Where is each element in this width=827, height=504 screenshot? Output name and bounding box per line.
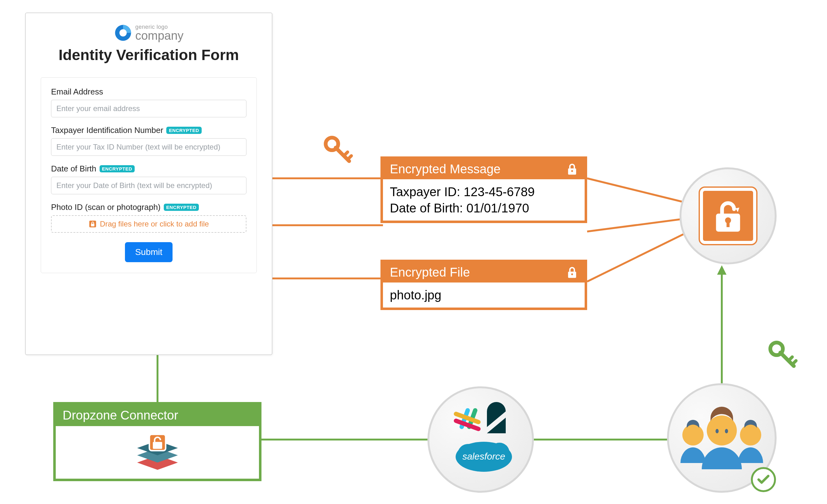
users-node: [667, 383, 777, 493]
svg-marker-10: [717, 265, 727, 275]
svg-line-3: [587, 178, 689, 203]
logo-company-name: company: [135, 30, 184, 42]
zendesk-icon: [487, 402, 506, 433]
svg-point-40: [707, 415, 737, 446]
svg-point-21: [571, 170, 573, 172]
logo-circle-icon: [114, 24, 132, 42]
svg-line-5: [587, 231, 689, 282]
encrypted-badge: ENCRYPTED: [166, 127, 201, 134]
services-icons: salesforce: [440, 399, 521, 480]
svg-line-45: [344, 152, 348, 156]
dob-input[interactable]: [51, 177, 246, 194]
encrypted-file-name: photo.jpg: [390, 287, 578, 303]
encryption-node: [680, 167, 777, 264]
dropzone-connector-card: Dropzone Connector: [53, 402, 261, 481]
key-icon: [767, 339, 798, 371]
encrypted-message-line2: Date of Birth: 01/01/1970: [390, 200, 578, 216]
svg-line-49: [788, 357, 792, 361]
file-dropzone[interactable]: Drag files here or click to add file: [51, 215, 246, 233]
form-title: Identity Verification Form: [41, 46, 257, 63]
form-body: Email Address Taxpayer Identification Nu…: [41, 77, 257, 273]
svg-line-50: [792, 361, 796, 365]
svg-rect-19: [153, 442, 162, 449]
svg-line-4: [587, 219, 683, 231]
dropzone-text: Drag files here or click to add file: [100, 220, 209, 228]
company-logo: generic logo company: [41, 24, 257, 42]
encrypted-badge: ENCRYPTED: [100, 165, 135, 172]
email-input[interactable]: [51, 100, 246, 117]
salesforce-icon: salesforce: [455, 442, 512, 472]
services-node: salesforce: [428, 386, 534, 493]
svg-rect-14: [91, 224, 95, 226]
svg-point-39: [740, 424, 761, 446]
email-label: Email Address: [51, 87, 103, 97]
lock-icon: [567, 266, 578, 279]
encrypted-message-card: Encrypted Message Taxpayer ID: 123-45-67…: [381, 156, 587, 223]
svg-point-12: [119, 29, 127, 36]
slack-icon: [453, 408, 481, 432]
key-icon: [323, 134, 354, 166]
encrypted-file-title: Encrypted File: [390, 265, 470, 279]
encrypted-file-card: Encrypted File photo.jpg: [381, 260, 587, 310]
dob-label: Date of Birth: [51, 164, 96, 174]
layers-lock-icon: [134, 432, 181, 473]
encrypted-message-line1: Taxpayer ID: 123-45-6789: [390, 184, 578, 200]
open-lock-icon: [709, 197, 747, 235]
tin-label: Taxpayer Identification Number: [51, 125, 163, 135]
svg-point-23: [571, 273, 573, 275]
lock-icon: [567, 163, 578, 175]
svg-point-42: [725, 429, 728, 433]
connector-title: Dropzone Connector: [56, 404, 259, 426]
lock-icon: [89, 220, 97, 228]
submit-button[interactable]: Submit: [125, 242, 172, 262]
svg-point-41: [716, 429, 719, 433]
check-icon: [756, 472, 771, 487]
svg-text:salesforce: salesforce: [463, 451, 505, 461]
svg-point-38: [682, 424, 703, 446]
svg-line-46: [348, 156, 351, 160]
encrypted-badge: ENCRYPTED: [164, 204, 199, 211]
users-icon: [675, 400, 769, 475]
encrypted-message-title: Encrypted Message: [390, 162, 501, 176]
checkmark-badge: [751, 467, 776, 492]
verification-form-card: generic logo company Identity Verificati…: [25, 12, 273, 355]
svg-marker-25: [736, 208, 739, 212]
tin-input[interactable]: [51, 138, 246, 156]
svg-rect-27: [727, 220, 730, 227]
photo-label: Photo ID (scan or photograph): [51, 203, 161, 212]
